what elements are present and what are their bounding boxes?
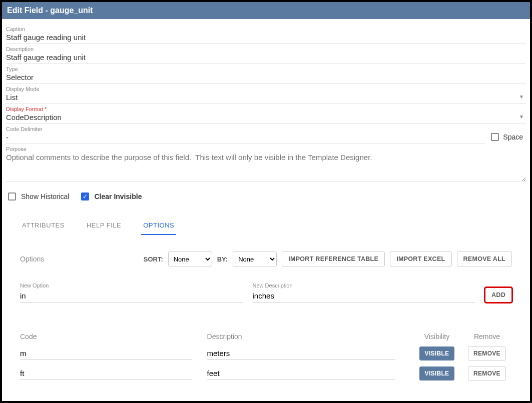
purpose-field: Purpose <box>6 144 526 184</box>
space-checkbox-wrap: Space <box>485 133 526 144</box>
visible-button[interactable]: VISIBLE <box>419 366 455 380</box>
new-description-label: New Description <box>253 282 475 288</box>
edit-field-window: Edit Field - gauge_unit Caption Descript… <box>2 2 530 401</box>
flags-row: Show Historical ✓ Clear Invisible <box>6 184 526 210</box>
show-historical-label: Show Historical <box>21 192 69 200</box>
caption-field: Caption <box>6 24 526 44</box>
by-select[interactable]: None <box>233 252 277 266</box>
display-format-label: Display Format * <box>6 106 526 112</box>
sort-label: SORT: <box>144 256 163 263</box>
table-row: VISIBLE REMOVE <box>20 366 512 380</box>
col-visibility-header: Visibility <box>412 332 462 340</box>
col-description-header: Description <box>207 332 412 340</box>
code-input[interactable] <box>20 367 192 380</box>
new-description-col: New Description <box>253 282 475 302</box>
code-input[interactable] <box>20 347 192 360</box>
purpose-textarea[interactable] <box>6 152 526 182</box>
options-panel: Options SORT: None BY: None IMPORT REFER… <box>6 236 526 386</box>
display-mode-label: Display Mode <box>6 86 526 92</box>
description-label: Description <box>6 46 526 52</box>
import-excel-button[interactable]: IMPORT EXCEL <box>390 252 451 266</box>
code-delimiter-field: Code Delimiter <box>6 124 485 144</box>
space-label: Space <box>503 133 523 141</box>
new-option-row: New Option New Description ADD <box>20 282 512 302</box>
window-title: Edit Field - gauge_unit <box>2 2 530 19</box>
type-field: Type Selector <box>6 64 526 84</box>
caption-input[interactable] <box>6 32 526 42</box>
remove-button[interactable]: REMOVE <box>468 346 506 360</box>
show-historical-check[interactable]: Show Historical <box>8 192 69 200</box>
tab-help-file[interactable]: HELP FILE <box>85 216 123 235</box>
form-content: Caption Description Type Selector Displa… <box>2 19 530 386</box>
description-input[interactable] <box>207 367 396 380</box>
clear-invisible-check[interactable]: ✓ Clear Invisible <box>81 192 142 200</box>
display-mode-field[interactable]: Display Mode List ▼ <box>6 84 526 104</box>
import-reference-table-button[interactable]: IMPORT REFERENCE TABLE <box>282 252 385 266</box>
col-code-header: Code <box>20 332 207 340</box>
remove-all-button[interactable]: REMOVE ALL <box>457 252 512 266</box>
new-option-col: New Option <box>20 282 243 302</box>
new-option-input[interactable] <box>20 290 243 302</box>
code-delimiter-row: Code Delimiter Space <box>6 124 526 144</box>
by-label: BY: <box>217 256 228 263</box>
options-section-label: Options <box>20 255 44 263</box>
new-description-input[interactable] <box>253 290 475 302</box>
display-format-value: CodeDescription <box>6 112 526 122</box>
sort-select[interactable]: None <box>168 252 212 266</box>
display-format-field[interactable]: Display Format * CodeDescription ▼ <box>6 104 526 124</box>
options-toolbar: Options SORT: None BY: None IMPORT REFER… <box>20 252 512 266</box>
add-button-wrap: ADD <box>485 288 512 302</box>
chevron-down-icon: ▼ <box>519 94 524 100</box>
add-button[interactable]: ADD <box>485 288 512 302</box>
code-delimiter-label: Code Delimiter <box>6 126 485 132</box>
type-label: Type <box>6 66 526 72</box>
space-checkbox[interactable] <box>491 133 499 141</box>
code-delimiter-input[interactable] <box>6 132 485 142</box>
tab-options[interactable]: OPTIONS <box>141 216 176 235</box>
description-field: Description <box>6 44 526 64</box>
new-option-label: New Option <box>20 282 243 288</box>
clear-invisible-label: Clear Invisible <box>94 192 142 200</box>
display-mode-value: List <box>6 92 526 102</box>
options-table-header: Code Description Visibility Remove <box>20 332 512 340</box>
visible-button[interactable]: VISIBLE <box>419 346 455 360</box>
show-historical-checkbox[interactable] <box>8 192 16 200</box>
clear-invisible-checkbox[interactable]: ✓ <box>81 192 89 200</box>
tabs: ATTRIBUTES HELP FILE OPTIONS <box>6 210 526 236</box>
chevron-down-icon: ▼ <box>519 114 524 120</box>
purpose-label: Purpose <box>6 146 526 152</box>
remove-button[interactable]: REMOVE <box>468 366 506 380</box>
type-value: Selector <box>6 72 526 82</box>
tab-attributes[interactable]: ATTRIBUTES <box>20 216 67 235</box>
description-input[interactable] <box>207 347 396 360</box>
table-row: VISIBLE REMOVE <box>20 346 512 360</box>
description-input[interactable] <box>6 52 526 62</box>
caption-label: Caption <box>6 26 526 32</box>
col-remove-header: Remove <box>462 332 512 340</box>
